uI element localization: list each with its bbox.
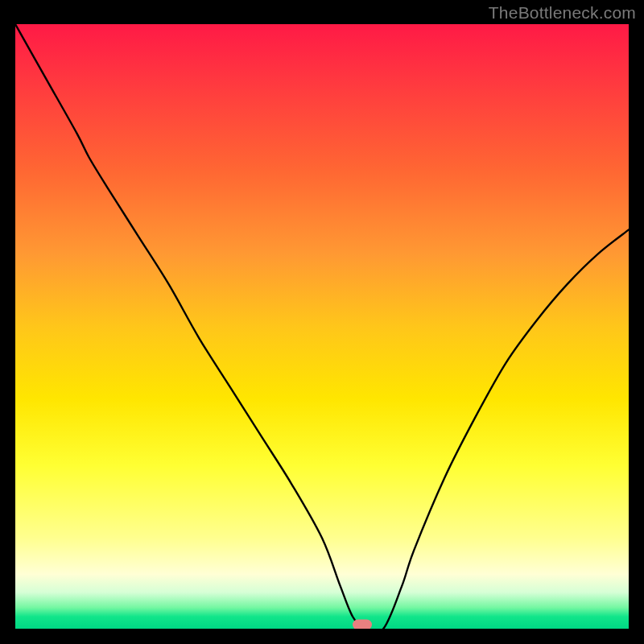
optimal-point-marker <box>353 619 372 629</box>
chart-frame: TheBottleneck.com <box>0 0 644 644</box>
watermark-text: TheBottleneck.com <box>489 3 636 23</box>
bottleneck-curve <box>15 24 629 629</box>
plot-area <box>15 24 629 629</box>
